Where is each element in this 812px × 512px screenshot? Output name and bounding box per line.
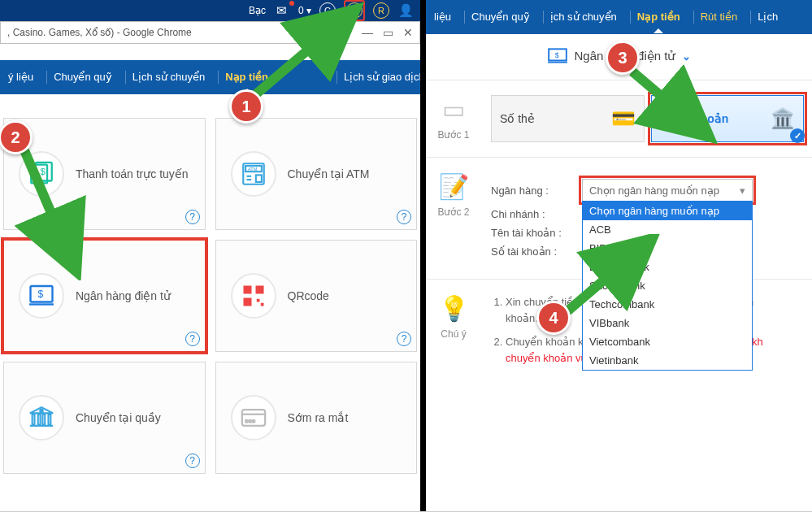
card-label: Chuyển tại ATM: [288, 167, 370, 180]
lightbulb-icon: 💡: [436, 294, 471, 323]
bank-option[interactable]: Dong A bank: [583, 258, 752, 276]
svg-rect-14: [243, 298, 251, 306]
tab-nap-tien[interactable]: Nạp tiền: [630, 11, 687, 24]
qrcode-icon: [231, 273, 276, 319]
step-label: Chú ý: [429, 328, 478, 340]
step-label: Bước 1: [429, 129, 478, 141]
bank-dropdown[interactable]: Chọn ngân hàng muốn nạp ACB BIDV Dong A …: [582, 201, 753, 371]
svg-point-26: [245, 420, 248, 423]
help-icon[interactable]: ?: [397, 210, 411, 224]
svg-rect-12: [243, 286, 251, 294]
bank-option[interactable]: ACB: [583, 220, 752, 239]
bank-option[interactable]: Vietcombank: [583, 332, 752, 351]
tab-lich-su[interactable]: Lịch sử chuyển: [125, 71, 211, 84]
help-icon[interactable]: ?: [185, 453, 200, 468]
deposit-shortcut[interactable]: N: [344, 0, 365, 21]
card-qrcode[interactable]: QRcode ?: [215, 240, 418, 352]
bank-icon: 🏛️: [771, 107, 795, 130]
step-label: Bước 2: [429, 206, 478, 218]
atm-icon: ATM: [231, 151, 276, 197]
card-label: Thanh toán trực tuyến: [76, 167, 189, 180]
branch-label: Chi nhánh :: [491, 208, 572, 220]
tab-nap-tien[interactable]: Nạp tiền: [218, 71, 275, 84]
ebanking-icon: $: [547, 47, 568, 65]
card-counter[interactable]: Chuyển tại quầy ?: [3, 362, 206, 474]
tab-lich-su[interactable]: ịch sử chuyển: [543, 11, 623, 24]
choice-card-number[interactable]: Số thẻ 💳: [491, 95, 645, 142]
bank-counter-icon: [19, 395, 64, 440]
card-label: Chuyển tại quầy: [76, 411, 161, 424]
svg-point-27: [249, 420, 251, 423]
card-label: Sớm ra mắt: [288, 411, 349, 424]
tab-lieu[interactable]: liệu: [434, 11, 458, 24]
mail-icon[interactable]: ✉: [274, 2, 290, 19]
bank-option[interactable]: Chọn ngân hàng muốn nạp: [583, 202, 752, 220]
panel-divider: [420, 0, 426, 512]
tab-lich[interactable]: Lịch: [750, 11, 784, 24]
balance[interactable]: 0 ▾: [298, 5, 311, 16]
acct-label: Số tài khoản :: [491, 245, 572, 258]
bank-option[interactable]: Techcombank: [583, 295, 752, 314]
app-header: Bạc ✉ 0 ▾ C N R 👤: [0, 0, 420, 21]
withdraw-shortcut[interactable]: R: [373, 2, 389, 19]
card-coming-soon[interactable]: Sớm ra mắt: [215, 362, 418, 474]
card-online-payment[interactable]: $ Thanh toán trực tuyến ?: [3, 118, 206, 230]
help-icon[interactable]: ?: [185, 210, 200, 224]
copyright-icon[interactable]: C: [319, 2, 336, 19]
svg-point-23: [40, 410, 42, 412]
user-icon[interactable]: 👤: [397, 2, 414, 19]
card-e-banking[interactable]: $ Ngân hàng điện tử ?: [3, 240, 206, 352]
choice-label: Số thẻ: [500, 112, 535, 125]
svg-text:ATM: ATM: [247, 167, 257, 171]
svg-rect-21: [49, 414, 51, 425]
bank-select[interactable]: Chọn ngân hàng muốn nạp ▾: [582, 179, 753, 202]
online-payment-icon: $: [19, 151, 64, 197]
window-close[interactable]: ✕: [403, 26, 413, 39]
tab-rut-tien[interactable]: Rút tiền: [693, 11, 745, 24]
card-atm[interactable]: ATM Chuyển tại ATM ?: [215, 118, 418, 230]
bank-option[interactable]: VIBbank: [583, 314, 752, 332]
holder-label: Tên tài khoản :: [491, 227, 572, 239]
ebanking-icon: $: [19, 273, 64, 319]
step-badge-4: 4: [536, 301, 571, 335]
chevron-down-icon[interactable]: ⌄: [682, 50, 691, 63]
svg-rect-8: [255, 175, 261, 182]
window-title: , Casino. Games, Xổ số) - Google Chrome: [7, 27, 192, 38]
step-badge-2: 2: [0, 120, 33, 154]
bank-option[interactable]: Vietinbank: [583, 351, 752, 370]
choice-label: Số tài khoản: [660, 112, 729, 125]
svg-rect-18: [33, 414, 35, 425]
svg-rect-13: [255, 286, 263, 294]
tab-yieu[interactable]: ý liệu: [8, 71, 40, 84]
step2-section: 📝 Bước 2 Ngân hàng : Chọn ngân hàng muốn…: [426, 157, 812, 279]
svg-rect-15: [256, 299, 259, 302]
svg-rect-20: [42, 414, 45, 425]
nav-tabs-right: liệu Chuyển quỹ ịch sử chuyển Nạp tiền R…: [426, 0, 812, 34]
window-minimize[interactable]: —: [362, 26, 373, 39]
step-badge-1: 1: [229, 89, 263, 124]
tab-chuyen-quy[interactable]: Chuyển quỹ: [464, 11, 536, 24]
svg-rect-16: [260, 303, 263, 306]
card-label: Ngân hàng điện tử: [76, 289, 171, 302]
help-icon[interactable]: ?: [185, 332, 200, 346]
svg-text:$: $: [38, 289, 44, 300]
user-level: Bạc: [249, 5, 266, 16]
chrome-titlebar: , Casino. Games, Xổ số) - Google Chrome …: [0, 21, 420, 44]
caret-down-icon: ▾: [740, 184, 745, 197]
bank-option[interactable]: Sacombank: [583, 276, 752, 295]
window-maximize[interactable]: ▭: [383, 26, 393, 39]
card-label: QRcode: [288, 289, 329, 302]
card-icon: [231, 395, 276, 440]
check-icon: ✓: [790, 128, 805, 143]
credit-card-icon: 💳: [611, 107, 636, 130]
choice-account-number[interactable]: Số tài khoản 🏛️ ✓: [651, 95, 805, 142]
bank-select-value: Chọn ngân hàng muốn nạp: [589, 184, 719, 197]
svg-rect-24: [241, 410, 264, 426]
svg-text:$: $: [41, 167, 46, 176]
svg-text:$: $: [554, 51, 558, 59]
tab-chuyen-quy[interactable]: Chuyển quỹ: [46, 71, 119, 84]
bank-option[interactable]: BIDV: [583, 239, 752, 258]
tab-lich-su-gd[interactable]: Lịch sử giao dịch: [337, 71, 432, 84]
svg-rect-19: [38, 414, 41, 425]
help-icon[interactable]: ?: [397, 332, 411, 346]
